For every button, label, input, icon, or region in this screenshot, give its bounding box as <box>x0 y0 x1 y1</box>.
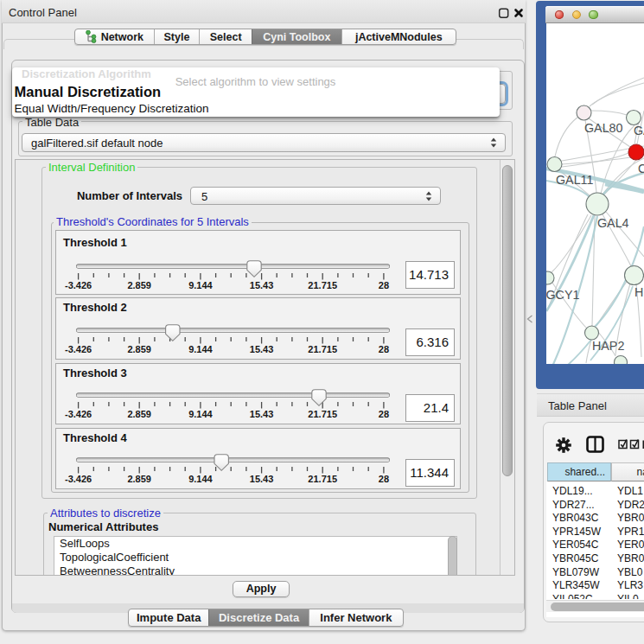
svg-text:9.144: 9.144 <box>188 280 213 290</box>
svg-text:HAP2: HAP2 <box>592 339 624 353</box>
svg-text:2.859: 2.859 <box>127 409 151 419</box>
svg-text:9.144: 9.144 <box>188 409 213 419</box>
svg-text:2.859: 2.859 <box>127 344 151 354</box>
svg-text:C: C <box>638 162 644 175</box>
svg-text:-3.426: -3.426 <box>65 344 92 354</box>
svg-text:2.859: 2.859 <box>127 280 151 290</box>
svg-text:15.43: 15.43 <box>250 344 274 354</box>
svg-text:GAL11: GAL11 <box>556 173 593 187</box>
svg-text:21.715: 21.715 <box>308 280 337 290</box>
svg-text:GA: GA <box>634 124 644 137</box>
svg-text:28: 28 <box>379 474 389 484</box>
svg-text:GAL80: GAL80 <box>584 121 623 135</box>
svg-text:-3.426: -3.426 <box>65 474 92 484</box>
svg-text:21.715: 21.715 <box>308 474 337 484</box>
svg-text:GAL4: GAL4 <box>597 216 629 230</box>
svg-text:28: 28 <box>379 409 389 419</box>
svg-text:-3.426: -3.426 <box>65 409 92 419</box>
svg-text:28: 28 <box>379 344 389 354</box>
svg-text:9.144: 9.144 <box>188 474 213 484</box>
svg-text:21.715: 21.715 <box>308 409 337 419</box>
svg-text:15.43: 15.43 <box>250 409 274 419</box>
svg-text:-3.426: -3.426 <box>65 280 92 290</box>
svg-text:9.144: 9.144 <box>188 344 213 354</box>
svg-text:15.43: 15.43 <box>250 474 274 484</box>
svg-text:28: 28 <box>379 280 389 290</box>
svg-text:H: H <box>634 285 643 299</box>
svg-text:2.859: 2.859 <box>127 474 151 484</box>
svg-text:GCY1: GCY1 <box>546 288 579 302</box>
svg-text:21.715: 21.715 <box>308 344 337 354</box>
svg-text:15.43: 15.43 <box>250 280 274 290</box>
